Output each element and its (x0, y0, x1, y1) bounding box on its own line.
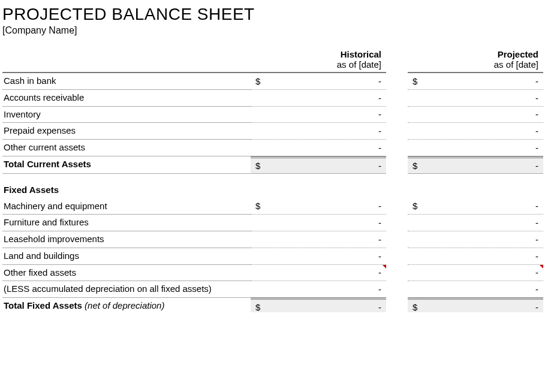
col-header-sub: as of [date] (337, 59, 381, 70)
row-less-depreciation: (LESS accumulated depreciation on all fi… (2, 281, 547, 298)
cell-historical[interactable]: - (251, 90, 386, 107)
cell-historical-total: $- (251, 298, 386, 312)
cell-historical[interactable]: - (251, 107, 386, 123)
row-label: Furniture and fixtures (2, 215, 251, 231)
cell-projected[interactable]: - (408, 140, 543, 156)
row-other-fixed-assets: Other fixed assets - - (2, 265, 547, 282)
row-label: Leasehold improvements (2, 231, 251, 248)
cell-historical[interactable]: - (251, 231, 386, 248)
cell-historical[interactable]: - (251, 265, 386, 282)
col-header-projected: Projected as of [date] (408, 47, 543, 72)
row-total-current-assets: Total Current Assets $- $- (2, 156, 547, 174)
cell-historical-total: $- (251, 156, 386, 174)
cell-projected-total: $- (408, 298, 543, 312)
row-label: Prepaid expenses (2, 123, 251, 140)
cell-historical[interactable]: $- (251, 198, 386, 215)
comment-marker-icon[interactable] (383, 265, 386, 269)
section-title: Fixed Assets (2, 174, 251, 198)
comment-marker-icon[interactable] (540, 265, 543, 269)
cell-projected[interactable]: $- (408, 198, 543, 215)
page-title: PROJECTED BALANCE SHEET (2, 5, 547, 24)
row-label: (LESS accumulated depreciation on all fi… (2, 281, 251, 298)
column-header-row: Historical as of [date] Projected as of … (2, 47, 547, 72)
row-label: Total Current Assets (2, 156, 251, 174)
row-inventory: Inventory - - (2, 107, 547, 123)
col-header-sub: as of [date] (494, 59, 538, 70)
row-label: Accounts receivable (2, 90, 251, 107)
row-label: Cash in bank (2, 72, 251, 90)
cell-historical[interactable]: - (251, 215, 386, 231)
cell-projected[interactable]: - (408, 248, 543, 265)
cell-projected-total: $- (408, 156, 543, 174)
row-total-fixed-assets: Total Fixed Assets (net of depreciation)… (2, 298, 547, 312)
cell-historical[interactable]: $- (251, 72, 386, 90)
cell-historical[interactable]: - (251, 248, 386, 265)
cell-historical[interactable]: - (251, 123, 386, 140)
balance-sheet-table: Historical as of [date] Projected as of … (2, 47, 547, 312)
row-furniture-fixtures: Furniture and fixtures - - (2, 215, 547, 231)
row-cash-in-bank: Cash in bank $- $- (2, 72, 547, 90)
company-name: [Company Name] (2, 25, 547, 36)
section-fixed-assets: Fixed Assets (2, 174, 547, 198)
row-label: Machinery and equipment (2, 198, 251, 215)
row-label: Other current assets (2, 140, 251, 156)
row-machinery-equipment: Machinery and equipment $- $- (2, 198, 547, 215)
row-accounts-receivable: Accounts receivable - - (2, 90, 547, 107)
cell-projected[interactable]: - (408, 123, 543, 140)
cell-projected[interactable]: - (408, 90, 543, 107)
cell-projected[interactable]: - (408, 215, 543, 231)
row-label: Total Fixed Assets (net of depreciation) (2, 298, 251, 312)
col-header-title: Projected (498, 49, 538, 59)
row-label: Other fixed assets (2, 265, 251, 282)
cell-historical[interactable]: - (251, 140, 386, 156)
cell-projected[interactable]: - (408, 281, 543, 298)
row-land-buildings: Land and buildings - - (2, 248, 547, 265)
row-label: Land and buildings (2, 248, 251, 265)
col-header-title: Historical (341, 49, 381, 59)
row-leasehold-improvements: Leasehold improvements - - (2, 231, 547, 248)
cell-projected[interactable]: - (408, 265, 543, 282)
cell-projected[interactable]: $- (408, 72, 543, 90)
cell-projected[interactable]: - (408, 231, 543, 248)
col-header-historical: Historical as of [date] (251, 47, 386, 72)
row-other-current-assets: Other current assets - - (2, 140, 547, 156)
row-label: Inventory (2, 107, 251, 123)
cell-projected[interactable]: - (408, 107, 543, 123)
row-prepaid-expenses: Prepaid expenses - - (2, 123, 547, 140)
cell-historical[interactable]: - (251, 281, 386, 298)
